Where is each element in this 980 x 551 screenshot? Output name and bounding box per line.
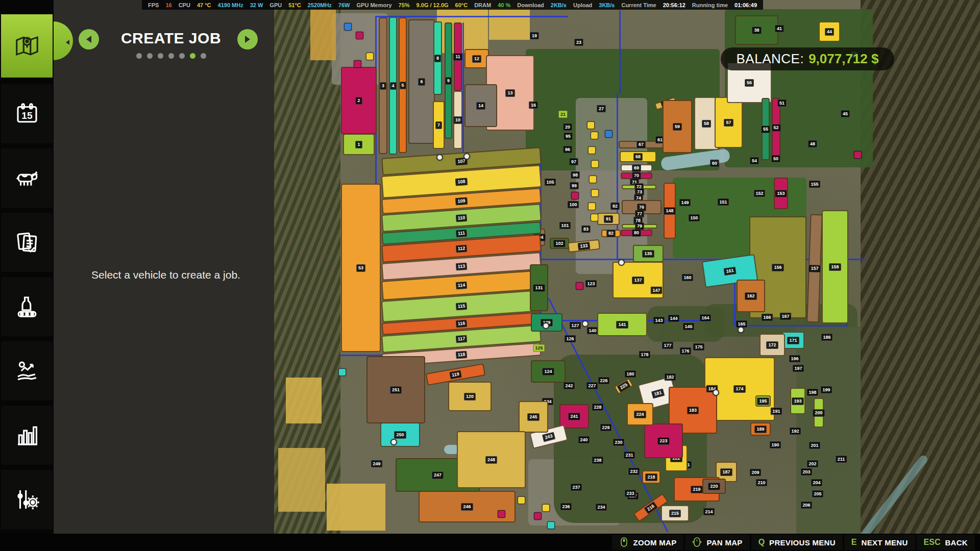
map-pin-marker[interactable]	[390, 439, 397, 445]
map-field[interactable]: 53	[341, 184, 381, 352]
map-field[interactable]: 193	[790, 388, 805, 414]
map-field[interactable]: 9	[445, 22, 452, 139]
sidebar-item-map[interactable]	[1, 14, 53, 78]
map-field[interactable]: 218	[642, 470, 660, 484]
sidebar-item-contracts[interactable]	[1, 213, 53, 272]
map-field[interactable]: 215	[661, 505, 689, 521]
map-poi-marker[interactable]	[354, 60, 361, 68]
map-field[interactable]: 248	[457, 431, 526, 488]
page-dot[interactable]	[147, 53, 153, 59]
sidebar-item-production[interactable]	[1, 277, 53, 336]
sidebar-item-calendar[interactable]: 15	[1, 84, 53, 143]
page-dot[interactable]	[168, 53, 174, 59]
map-pin-marker[interactable]	[463, 153, 470, 160]
map-pin-marker[interactable]	[543, 322, 549, 329]
sidebar-item-animals[interactable]	[1, 148, 53, 208]
map-poi-marker[interactable]	[571, 192, 579, 199]
map-poi-marker[interactable]	[591, 132, 598, 139]
map-field[interactable]: 10	[453, 91, 462, 149]
map-field[interactable]: 245	[519, 401, 548, 433]
map-field[interactable]: 91	[597, 213, 620, 225]
map-field[interactable]: 251	[366, 356, 425, 423]
map-poi-marker[interactable]	[338, 368, 346, 376]
map-poi-marker[interactable]	[518, 496, 525, 504]
map-pin-marker[interactable]	[738, 327, 744, 333]
map-poi-marker[interactable]	[591, 160, 599, 168]
field-number: 233	[624, 490, 636, 497]
sidebar-item-settings[interactable]	[1, 470, 53, 529]
map-field[interactable]: 141	[597, 313, 647, 336]
map-field[interactable]: 124	[531, 360, 566, 383]
map-pin-marker[interactable]	[436, 154, 443, 161]
sidebar-item-finances[interactable]	[1, 341, 53, 400]
map-poi-marker[interactable]	[588, 203, 596, 210]
map-poi-marker[interactable]	[344, 23, 352, 31]
map-field[interactable]: 12	[464, 49, 489, 68]
map-field[interactable]: 189	[750, 422, 771, 436]
map-poi-marker[interactable]	[591, 214, 598, 221]
page-dot[interactable]	[201, 53, 206, 59]
map-field[interactable]: 148	[664, 183, 676, 239]
next-page-button[interactable]	[237, 29, 258, 49]
map-field[interactable]: 38	[735, 15, 778, 45]
map-field[interactable]: 79	[622, 224, 657, 229]
map-poi-marker[interactable]	[589, 176, 597, 183]
map-field[interactable]: 195	[755, 395, 771, 407]
map-field[interactable]: 200	[814, 398, 824, 428]
map-field[interactable]: 224	[627, 403, 653, 425]
map-field[interactable]: 8	[433, 21, 442, 95]
map-field[interactable]: 69	[621, 164, 652, 171]
map-field[interactable]: 220	[702, 479, 726, 494]
map-pin-marker[interactable]	[713, 389, 719, 396]
map-field[interactable]: 102	[550, 238, 569, 249]
map-field[interactable]: 14	[464, 84, 497, 127]
map-field[interactable]: 223	[644, 423, 683, 458]
prev-page-button[interactable]	[79, 29, 99, 49]
map-field[interactable]: 55	[762, 98, 770, 160]
map-pin-marker[interactable]	[618, 259, 625, 266]
hint-zoom-map: ZOOM MAP	[612, 535, 684, 550]
map-field[interactable]: 57	[715, 97, 743, 148]
map-poi-marker[interactable]	[547, 521, 555, 529]
sidebar-item-statistics[interactable]	[1, 406, 53, 465]
map-field[interactable]: 68	[620, 151, 656, 162]
map-poi-marker[interactable]	[587, 121, 595, 129]
map-pin-marker[interactable]	[582, 320, 589, 327]
map-poi-marker[interactable]	[591, 189, 599, 197]
map-field[interactable]: 5	[399, 17, 407, 153]
map-poi-marker[interactable]	[534, 512, 542, 520]
map-poi-marker[interactable]	[498, 510, 505, 518]
map-field[interactable]: 4	[389, 17, 397, 155]
map-field[interactable]: 82	[601, 230, 621, 237]
map-field[interactable]: 131	[530, 264, 548, 311]
map-poi-marker[interactable]	[542, 504, 550, 512]
map-poi-marker[interactable]	[576, 282, 583, 290]
page-dot[interactable]	[136, 53, 142, 59]
map-field[interactable]: 11	[454, 22, 462, 91]
map-field[interactable]: 6	[408, 19, 435, 144]
field-number: 6	[418, 78, 425, 86]
page-dot[interactable]	[158, 53, 163, 59]
map-field[interactable]: 162	[737, 280, 765, 312]
map-poi-marker[interactable]	[854, 151, 862, 159]
map-poi-marker[interactable]	[356, 32, 363, 39]
map-poi-marker[interactable]	[366, 53, 374, 60]
map-field[interactable]: 59	[663, 100, 692, 153]
map-field[interactable]: 153	[774, 178, 788, 209]
map-field[interactable]: 171	[782, 332, 804, 349]
map-field[interactable]: 158	[822, 210, 848, 323]
map-field[interactable]: 44	[819, 21, 840, 42]
map-field[interactable]: 7	[433, 101, 445, 149]
map-poi-marker[interactable]	[588, 146, 596, 154]
page-dot[interactable]	[179, 53, 185, 59]
map-field[interactable]: 120	[448, 382, 492, 411]
map-field[interactable]: 2	[341, 67, 377, 134]
map-field[interactable]: 1	[343, 134, 375, 155]
map-field[interactable]: 80	[621, 230, 652, 236]
map-poi-marker[interactable]	[605, 130, 612, 138]
page-dot[interactable]	[190, 53, 195, 59]
map-field[interactable]: 135	[633, 245, 664, 262]
map-field[interactable]: 3	[379, 17, 387, 154]
map-field[interactable]: 172	[760, 334, 785, 356]
map-field[interactable]: 250	[380, 422, 420, 447]
